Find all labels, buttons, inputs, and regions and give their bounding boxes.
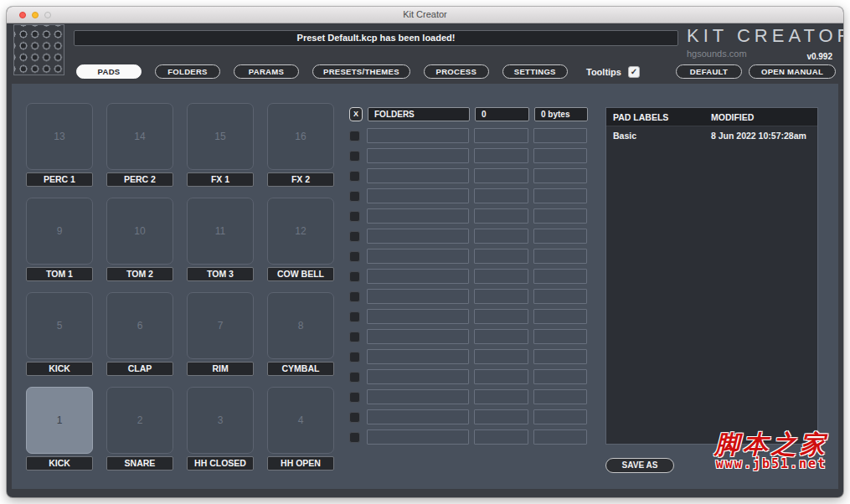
folder-name-field[interactable] — [367, 148, 469, 163]
drum-pad[interactable]: 9 — [26, 198, 93, 265]
folder-name-field[interactable] — [367, 369, 469, 384]
folder-size-field[interactable] — [533, 329, 587, 344]
folder-count-field[interactable] — [474, 249, 528, 264]
table-row[interactable]: Basic 8 Jun 2022 10:57:28am — [606, 126, 817, 142]
folder-checkbox[interactable] — [349, 211, 360, 222]
drum-pad[interactable]: 6 — [106, 292, 173, 359]
folder-checkbox[interactable] — [349, 412, 360, 423]
folder-count-field[interactable] — [474, 349, 528, 364]
tab[interactable]: PROCESS — [424, 64, 489, 79]
drum-pad[interactable]: 15 — [187, 103, 254, 170]
folder-name-field[interactable] — [367, 269, 469, 284]
pad-label-field[interactable]: KICK — [26, 456, 93, 471]
folder-count-field[interactable] — [474, 409, 528, 424]
tab[interactable]: PARAMS — [234, 64, 299, 79]
folder-checkbox[interactable] — [349, 432, 360, 443]
save-as-button[interactable]: SAVE AS — [605, 458, 674, 473]
folder-name-field[interactable] — [367, 429, 469, 445]
folder-size-field[interactable] — [533, 309, 587, 324]
drum-pad[interactable]: 2 — [106, 387, 173, 454]
drum-pad[interactable]: 1 — [26, 387, 93, 454]
folder-count-field[interactable] — [474, 329, 528, 344]
folder-count-field[interactable] — [474, 289, 528, 304]
folder-count-field[interactable] — [474, 208, 528, 224]
pad-label-field[interactable]: FX 1 — [187, 172, 254, 187]
minimize-window-button[interactable] — [32, 12, 39, 18]
drum-pad[interactable]: 7 — [187, 292, 254, 359]
tab[interactable]: FOLDERS — [155, 64, 220, 79]
folder-checkbox[interactable] — [349, 191, 360, 202]
folder-checkbox[interactable] — [349, 251, 360, 262]
pad-label-field[interactable]: HH OPEN — [267, 456, 334, 471]
pad-label-field[interactable]: KICK — [26, 362, 93, 376]
folder-count-field[interactable] — [474, 168, 528, 183]
drum-pad[interactable]: 11 — [187, 198, 254, 265]
folder-checkbox[interactable] — [349, 392, 360, 403]
tab[interactable]: SETTINGS — [502, 64, 568, 79]
folder-checkbox[interactable] — [349, 352, 360, 363]
close-window-button[interactable] — [19, 12, 26, 18]
folder-name-field[interactable] — [367, 409, 469, 424]
drum-pad[interactable]: 4 — [267, 387, 334, 454]
drum-pad[interactable]: 16 — [267, 103, 334, 170]
drum-pad[interactable]: 8 — [267, 292, 334, 359]
drum-pad[interactable]: 14 — [106, 103, 173, 170]
folder-name-field[interactable] — [367, 289, 469, 304]
folder-checkbox[interactable] — [349, 131, 360, 141]
pad-label-field[interactable]: TOM 2 — [106, 267, 173, 281]
pad-label-field[interactable]: FX 2 — [267, 172, 334, 187]
folder-checkbox[interactable] — [349, 332, 360, 342]
folder-count-field[interactable] — [474, 229, 528, 244]
pad-label-field[interactable]: SNARE — [106, 456, 173, 471]
pad-label-field[interactable]: TOM 3 — [187, 267, 254, 281]
tooltips-checkbox[interactable]: ✓ — [628, 66, 640, 78]
folder-size-field[interactable] — [533, 369, 587, 384]
folder-name-field[interactable] — [367, 389, 469, 404]
pad-label-field[interactable]: CLAP — [106, 362, 173, 376]
folder-size-field[interactable] — [533, 289, 587, 304]
folder-size-field[interactable] — [533, 188, 587, 203]
folder-name-field[interactable] — [367, 329, 469, 344]
pad-label-field[interactable]: COW BELL — [267, 267, 334, 281]
folder-count-field[interactable] — [474, 429, 528, 445]
folder-checkbox[interactable] — [349, 372, 360, 383]
folder-checkbox[interactable] — [349, 311, 360, 322]
clear-folders-button[interactable]: X — [349, 107, 363, 121]
folder-size-field[interactable] — [533, 168, 587, 183]
folder-name-field[interactable] — [367, 128, 469, 143]
pad-label-field[interactable]: CYMBAL — [267, 362, 334, 376]
folder-count-field[interactable] — [474, 148, 528, 163]
folder-size-field[interactable] — [533, 229, 587, 244]
folder-size-field[interactable] — [533, 269, 587, 284]
folder-name-field[interactable] — [367, 168, 469, 183]
folder-size-field[interactable] — [533, 208, 587, 224]
pad-label-field[interactable]: PERC 2 — [106, 172, 173, 187]
folder-count-field[interactable] — [474, 128, 528, 143]
folder-name-field[interactable] — [367, 208, 469, 224]
pad-label-field[interactable]: RIM — [187, 362, 254, 376]
tab[interactable]: PRESETS/THEMES — [312, 64, 410, 79]
folder-name-field[interactable] — [367, 229, 469, 244]
folder-size-field[interactable] — [533, 128, 587, 143]
folder-checkbox[interactable] — [349, 151, 360, 162]
folder-size-field[interactable] — [533, 389, 587, 404]
folder-size-field[interactable] — [533, 409, 587, 424]
pad-label-field[interactable]: HH CLOSED — [187, 456, 254, 471]
drum-pad[interactable]: 5 — [26, 292, 93, 359]
folder-name-field[interactable] — [367, 249, 469, 264]
folder-size-field[interactable] — [533, 249, 587, 264]
default-button[interactable]: DEFAULT — [676, 64, 742, 79]
folder-checkbox[interactable] — [349, 271, 360, 282]
folder-name-field[interactable] — [367, 349, 469, 364]
folder-count-field[interactable] — [474, 389, 528, 404]
folder-checkbox[interactable] — [349, 291, 360, 302]
folder-size-field[interactable] — [533, 148, 587, 163]
open-manual-button[interactable]: OPEN MANUAL — [749, 64, 836, 79]
pad-label-field[interactable]: PERC 1 — [26, 172, 93, 187]
drum-pad[interactable]: 13 — [26, 103, 93, 170]
folder-checkbox[interactable] — [349, 231, 360, 242]
drum-pad[interactable]: 10 — [106, 198, 173, 265]
tab[interactable]: PADS — [76, 64, 142, 79]
drum-pad[interactable]: 12 — [267, 198, 334, 265]
folder-count-field[interactable] — [474, 188, 528, 203]
